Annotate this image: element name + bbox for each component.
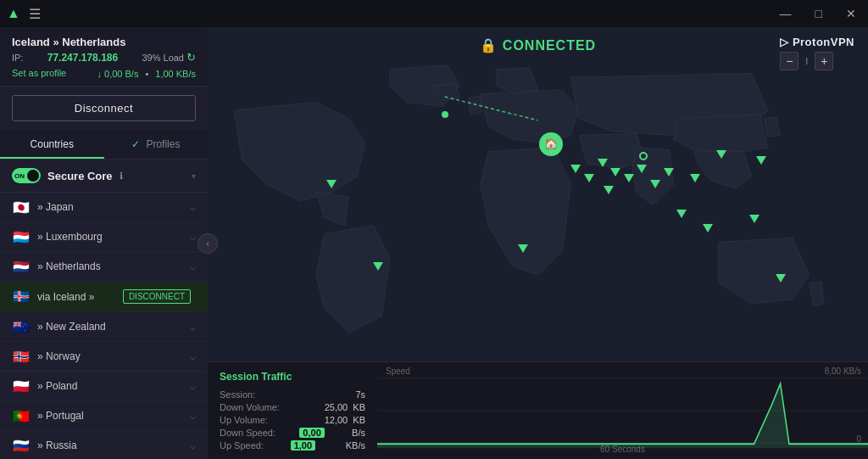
zoom-value: I bbox=[802, 56, 811, 66]
country-chevron-2: ⌵ bbox=[190, 260, 196, 272]
country-name-4: » New Zealand bbox=[37, 321, 190, 333]
country-flag-1: 🇱🇺 bbox=[12, 230, 31, 243]
down-speed: ↓ 0,00 B/s bbox=[97, 69, 139, 79]
secure-core-toggle[interactable]: ON bbox=[12, 168, 41, 183]
country-flag-8: 🇷🇺 bbox=[12, 439, 31, 452]
world-map bbox=[208, 61, 868, 357]
country-flag-7: 🇵🇹 bbox=[12, 409, 31, 423]
chart-svg bbox=[377, 362, 868, 459]
country-chevron-4: ⌵ bbox=[190, 321, 196, 333]
connection-route: Iceland » Netherlands bbox=[12, 36, 196, 48]
session-time-label: Session: bbox=[220, 389, 255, 400]
maximize-button[interactable]: □ bbox=[810, 5, 827, 22]
session-row-down-speed: Down Speed: 0,00 B/s bbox=[220, 428, 365, 438]
country-chevron-8: ⌵ bbox=[190, 439, 196, 451]
ip-label: IP: bbox=[12, 53, 23, 63]
up-vol-label: Up Volume: bbox=[220, 415, 268, 425]
proton-logo-icon: ▷ bbox=[780, 36, 789, 48]
country-flag-3: 🇮🇸 bbox=[12, 290, 31, 304]
country-name-7: » Portugal bbox=[37, 410, 190, 422]
country-chevron-1: ⌵ bbox=[190, 231, 196, 243]
country-item-7[interactable]: 🇵🇹» Portugal⌵ bbox=[0, 401, 208, 431]
collapse-button[interactable]: ▾ bbox=[192, 171, 196, 181]
svg-marker-4 bbox=[377, 383, 868, 448]
tab-countries[interactable]: Countries bbox=[0, 130, 104, 159]
connection-load: 39% Load ↻ bbox=[142, 51, 196, 64]
app-logo-icon: ▲ bbox=[7, 6, 20, 21]
zoom-plus-button[interactable]: + bbox=[815, 52, 833, 70]
session-row-up-vol: Up Volume: 12,00 KB bbox=[220, 415, 365, 425]
session-info: Session Traffic Session: 7s Down Volume:… bbox=[208, 362, 377, 459]
country-chevron-0: ⌵ bbox=[190, 201, 196, 213]
hamburger-menu-icon[interactable]: ☰ bbox=[29, 6, 41, 22]
info-icon[interactable]: ℹ bbox=[120, 171, 123, 182]
country-chevron-6: ⌵ bbox=[190, 380, 196, 392]
session-row-time: Session: 7s bbox=[220, 389, 365, 400]
up-speed-label: Up Speed: bbox=[220, 440, 264, 451]
country-name-2: » Netherlands bbox=[37, 260, 190, 272]
up-speed-unit: KB/s bbox=[346, 440, 365, 451]
zoom-controls: − I + bbox=[780, 52, 854, 70]
country-name-3: via Iceland » bbox=[37, 291, 123, 303]
chart-area: Speed 8,00 KB/s 0 60 Seconds bbox=[377, 362, 868, 459]
toggle-knob bbox=[27, 170, 39, 182]
connected-status: 🔒 CONNECTED bbox=[480, 37, 596, 53]
down-vol-label: Down Volume: bbox=[220, 402, 280, 412]
session-time-value: 7s bbox=[355, 389, 365, 400]
connection-info: Iceland » Netherlands IP: 77.247.178.186… bbox=[0, 27, 208, 87]
country-name-5: » Norway bbox=[37, 350, 190, 362]
close-button[interactable]: ✕ bbox=[841, 5, 861, 22]
country-name-0: » Japan bbox=[37, 201, 190, 213]
sidebar-collapse-button[interactable]: ‹ bbox=[198, 233, 218, 254]
toggle-on-label: ON bbox=[14, 172, 25, 180]
set-as-profile-link[interactable]: Set as profile bbox=[12, 68, 66, 78]
country-flag-0: 🇯🇵 bbox=[12, 200, 31, 214]
disconnect-button[interactable]: Disconnect bbox=[12, 95, 196, 121]
country-list: 🇯🇵» Japan⌵🇱🇺» Luxembourg⌵🇳🇱» Netherlands… bbox=[0, 193, 208, 459]
down-speed-label: Down Speed: bbox=[220, 428, 275, 438]
up-speed: 1,00 KB/s bbox=[155, 69, 196, 79]
main-layout: Iceland » Netherlands IP: 77.247.178.186… bbox=[0, 27, 868, 459]
country-item-3[interactable]: 🇮🇸via Iceland »DISCONNECT bbox=[0, 282, 208, 312]
country-item-2[interactable]: 🇳🇱» Netherlands⌵ bbox=[0, 252, 208, 282]
speed-row: ↓ 0,00 B/s • 1,00 KB/s bbox=[97, 69, 196, 79]
country-item-6[interactable]: 🇵🇱» Poland⌵ bbox=[0, 372, 208, 401]
down-vol-value: 25,00 KB bbox=[325, 402, 365, 412]
country-flag-2: 🇳🇱 bbox=[12, 260, 31, 273]
lock-icon: 🔒 bbox=[480, 37, 498, 53]
secure-core-row: ON Secure Core ℹ ▾ bbox=[0, 160, 208, 193]
country-item-8[interactable]: 🇷🇺» Russia⌵ bbox=[0, 431, 208, 459]
country-flag-4: 🇳🇿 bbox=[12, 320, 31, 333]
country-chevron-7: ⌵ bbox=[190, 410, 196, 422]
session-panel: Session Traffic Session: 7s Down Volume:… bbox=[208, 361, 868, 459]
zoom-minus-button[interactable]: − bbox=[780, 52, 798, 70]
session-title: Session Traffic bbox=[220, 371, 365, 383]
tab-profiles[interactable]: ✓ Profiles bbox=[104, 130, 209, 159]
minimize-button[interactable]: — bbox=[775, 5, 797, 22]
country-item-1[interactable]: 🇱🇺» Luxembourg⌵ bbox=[0, 222, 208, 252]
country-flag-5: 🇳🇴 bbox=[12, 350, 31, 363]
connection-ip: 77.247.178.186 bbox=[47, 52, 118, 64]
titlebar-right: — □ ✕ bbox=[775, 5, 861, 22]
country-item-4[interactable]: 🇳🇿» New Zealand⌵ bbox=[0, 312, 208, 342]
sidebar: Iceland » Netherlands IP: 77.247.178.186… bbox=[0, 27, 208, 459]
country-name-6: » Poland bbox=[37, 380, 190, 392]
down-speed-value: 0,00 bbox=[299, 428, 324, 438]
up-vol-value: 12,00 KB bbox=[325, 415, 365, 425]
secure-core-label: Secure Core bbox=[47, 170, 113, 182]
country-chevron-5: ⌵ bbox=[190, 350, 196, 362]
country-item-0[interactable]: 🇯🇵» Japan⌵ bbox=[0, 193, 208, 222]
map-area: 🔒 CONNECTED ▷ ProtonVPN − I + bbox=[208, 27, 868, 459]
country-flag-6: 🇵🇱 bbox=[12, 379, 31, 393]
session-row-up-speed: Up Speed: 1,00 KB/s bbox=[220, 440, 365, 451]
conn-ip-row: IP: 77.247.178.186 39% Load ↻ bbox=[12, 51, 196, 64]
country-name-8: » Russia bbox=[37, 439, 190, 451]
disconnect-tag-3[interactable]: DISCONNECT bbox=[123, 289, 191, 304]
country-item-5[interactable]: 🇳🇴» Norway⌵ bbox=[0, 342, 208, 372]
session-row-down-vol: Down Volume: 25,00 KB bbox=[220, 402, 365, 412]
titlebar-left: ▲ ☰ bbox=[7, 6, 41, 22]
profiles-check-icon: ✓ bbox=[131, 138, 140, 150]
tabs: Countries ✓ Profiles bbox=[0, 130, 208, 160]
proton-logo: ▷ ProtonVPN bbox=[780, 36, 854, 48]
connected-label: CONNECTED bbox=[503, 38, 596, 53]
